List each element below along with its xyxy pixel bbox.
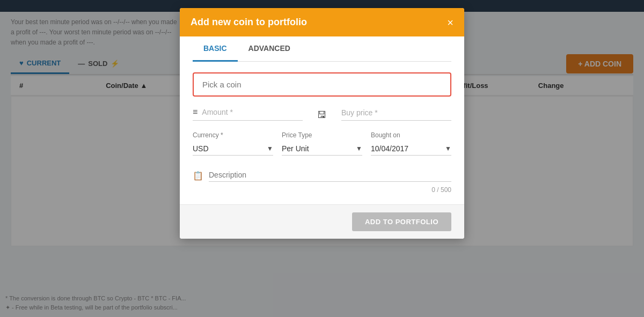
bought-on-label: Bought on: [371, 131, 451, 139]
card-icon: 🖫: [317, 109, 327, 121]
add-to-portfolio-button[interactable]: ADD TO PORTFOLIO: [352, 212, 451, 231]
bought-on-select-wrapper: 10/04/2017 ▼: [371, 142, 451, 156]
price-type-select-wrapper: Per Unit Total ▼: [282, 142, 362, 156]
field-separator: 🖫: [311, 109, 333, 121]
price-type-select[interactable]: Per Unit Total: [282, 142, 356, 155]
bought-on-field: Bought on 10/04/2017 ▼: [371, 131, 451, 156]
coin-picker-input[interactable]: [193, 72, 451, 97]
amount-buyprice-row: ≡ 🖫: [193, 107, 451, 121]
modal-body: BASIC ADVANCED ≡ 🖫: [180, 36, 464, 204]
currency-label: Currency *: [193, 131, 273, 139]
modal-close-button[interactable]: ×: [447, 17, 453, 28]
price-type-label: Price Type: [282, 131, 362, 139]
bought-on-chevron-icon: ▼: [445, 145, 451, 152]
modal-title: Add new coin to portfolio: [191, 17, 307, 28]
currency-chevron-icon: ▼: [267, 145, 273, 152]
description-icon: 📋: [193, 171, 203, 181]
modal-tabs: BASIC ADVANCED: [193, 36, 451, 62]
add-coin-modal: Add new coin to portfolio × BASIC ADVANC…: [180, 8, 464, 239]
currency-select[interactable]: USD EUR BTC: [193, 142, 267, 155]
description-field: [209, 168, 451, 182]
currency-select-wrapper: USD EUR BTC ▼: [193, 142, 273, 156]
amount-field: ≡: [193, 107, 303, 121]
buy-price-field: [341, 108, 451, 121]
tab-advanced[interactable]: ADVANCED: [238, 36, 301, 62]
buy-price-input-wrapper: [341, 108, 451, 121]
currency-row: Currency * USD EUR BTC ▼ Price Type Per …: [193, 131, 451, 156]
amount-input[interactable]: [202, 108, 303, 116]
char-count: 0 / 500: [193, 186, 451, 194]
tab-basic[interactable]: BASIC: [193, 36, 238, 62]
modal-footer: ADD TO PORTFOLIO: [180, 204, 464, 239]
buy-price-input[interactable]: [341, 108, 451, 117]
currency-field: Currency * USD EUR BTC ▼: [193, 131, 273, 156]
price-type-field: Price Type Per Unit Total ▼: [282, 131, 362, 156]
modal-header: Add new coin to portfolio ×: [180, 8, 464, 36]
amount-icon: ≡: [193, 107, 197, 117]
bought-on-select[interactable]: 10/04/2017: [371, 142, 445, 155]
price-type-chevron-icon: ▼: [356, 145, 362, 152]
description-row: 📋: [193, 168, 451, 182]
amount-input-wrapper: ≡: [193, 107, 303, 121]
description-input[interactable]: [209, 168, 451, 182]
